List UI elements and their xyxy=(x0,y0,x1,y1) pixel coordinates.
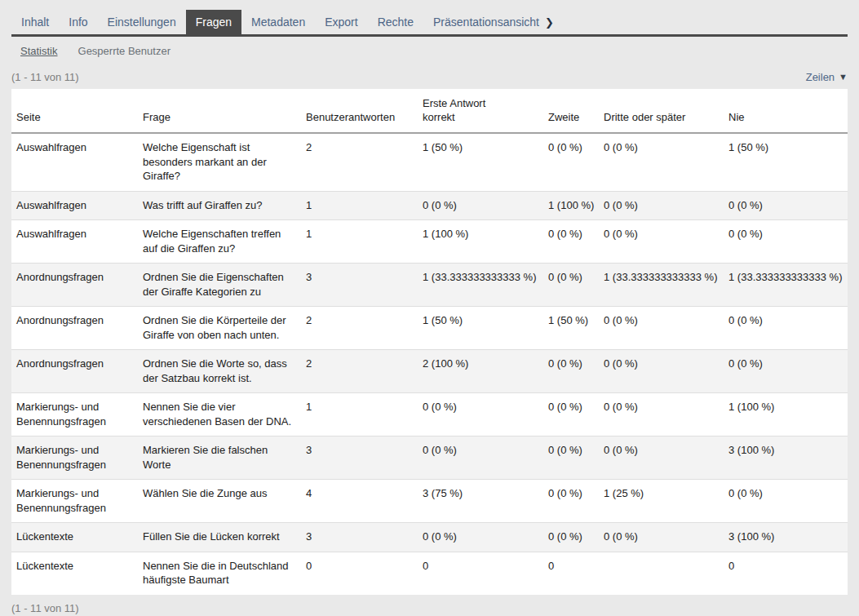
cell-dritte: 0 (0 %) xyxy=(599,133,724,191)
tab-export[interactable]: Export xyxy=(315,10,367,34)
cell-nie: 0 (0 %) xyxy=(724,191,848,220)
table-toolbar-top: (1 - 11 von 11) Zeilen ▼ xyxy=(11,71,848,83)
cell-frage: Nennen Sie die vier verschiedenen Basen … xyxy=(138,393,301,437)
cell-erste: 0 xyxy=(418,552,543,595)
cell-zweite: 0 (0 %) xyxy=(543,264,599,307)
column-header-frage: Frage xyxy=(138,89,301,133)
cell-seite: Auswahlfragen xyxy=(11,220,138,264)
cell-erste: 0 (0 %) xyxy=(418,437,543,480)
table-row: Markierungs- und BenennungsfragenMarkier… xyxy=(11,437,848,480)
column-header-zweite: Zweite xyxy=(543,89,599,133)
tab-metadaten[interactable]: Metadaten xyxy=(241,10,315,34)
cell-dritte: 0 (0 %) xyxy=(599,393,724,437)
cell-nie: 0 (0 %) xyxy=(724,480,848,523)
tab-praesentationsansicht[interactable]: Präsentationsansicht❯ xyxy=(423,10,564,34)
tab-fragen[interactable]: Fragen xyxy=(186,10,241,34)
cell-nie: 3 (100 %) xyxy=(724,437,848,480)
cell-dritte: 1 (33.333333333333 %) xyxy=(599,264,724,307)
cell-dritte: 0 (0 %) xyxy=(599,191,724,220)
table-toolbar-bottom: (1 - 11 von 11) xyxy=(11,602,848,614)
pagination-bottom: (1 - 11 von 11) xyxy=(11,602,79,614)
cell-nie: 1 (33.333333333333 %) xyxy=(724,264,848,307)
subtab-bar: Statistik Gesperrte Benutzer xyxy=(20,45,848,57)
cell-frage: Ordnen Sie die Körperteile der Giraffe v… xyxy=(138,307,301,350)
cell-erste: 0 (0 %) xyxy=(418,191,543,220)
cell-dritte: 0 (0 %) xyxy=(599,350,724,393)
cell-dritte: 0 (0 %) xyxy=(599,220,724,264)
cell-seite: Lückentexte xyxy=(11,552,138,595)
cell-zweite: 0 (0 %) xyxy=(543,350,599,393)
cell-zweite: 0 (0 %) xyxy=(543,133,599,191)
cell-erste: 0 (0 %) xyxy=(418,393,543,437)
cell-seite: Anordnungsfragen xyxy=(11,264,138,307)
cell-benutzerantworten: 1 xyxy=(301,220,418,264)
cell-benutzerantworten: 2 xyxy=(301,307,418,350)
cell-dritte: 0 (0 %) xyxy=(599,307,724,350)
table-header: Seite Frage Benutzerantworten Erste Antw… xyxy=(11,89,848,133)
rows-dropdown-label: Zeilen xyxy=(806,71,835,83)
cell-benutzerantworten: 0 xyxy=(301,552,418,595)
tab-inhalt[interactable]: Inhalt xyxy=(11,10,59,34)
cell-benutzerantworten: 3 xyxy=(301,264,418,307)
cell-erste: 1 (33.333333333333 %) xyxy=(418,264,543,307)
column-header-nie: Nie xyxy=(724,89,848,133)
cell-zweite: 0 (0 %) xyxy=(543,437,599,480)
cell-seite: Markierungs- und Benennungsfragen xyxy=(11,437,138,480)
cell-seite: Anordnungsfragen xyxy=(11,307,138,350)
cell-erste: 1 (50 %) xyxy=(418,133,543,191)
cell-benutzerantworten: 3 xyxy=(301,437,418,480)
tab-bar: Inhalt Info Einstellungen Fragen Metadat… xyxy=(11,10,848,37)
cell-benutzerantworten: 1 xyxy=(301,393,418,437)
cell-frage: Welche Eigenschaft ist besonders markant… xyxy=(138,133,301,191)
table-row: AuswahlfragenWelche Eigenschaften treffe… xyxy=(11,220,848,264)
tab-einstellungen[interactable]: Einstellungen xyxy=(98,10,186,34)
cell-frage: Nennen Sie die in Deutschland häufigste … xyxy=(138,552,301,595)
cell-dritte: 1 (25 %) xyxy=(599,480,724,523)
cell-dritte: 0 (0 %) xyxy=(599,437,724,480)
caret-down-icon: ▼ xyxy=(839,73,848,82)
cell-zweite: 0 (0 %) xyxy=(543,393,599,437)
rows-dropdown[interactable]: Zeilen ▼ xyxy=(806,71,848,83)
cell-seite: Markierungs- und Benennungsfragen xyxy=(11,393,138,437)
cell-dritte: 0 (0 %) xyxy=(599,523,724,552)
chevron-right-icon: ❯ xyxy=(545,16,554,29)
cell-frage: Ordnen Sie die Worte so, dass der Satzba… xyxy=(138,350,301,393)
column-header-erste-antwort-korrekt: Erste Antwort korrekt xyxy=(418,89,543,133)
table-row: LückentexteFüllen Sie die Lücken korrekt… xyxy=(11,523,848,552)
subtab-statistik[interactable]: Statistik xyxy=(20,45,58,57)
table-row: AnordnungsfragenOrdnen Sie die Eigenscha… xyxy=(11,264,848,307)
cell-frage: Ordnen Sie die Eigenschaften der Giraffe… xyxy=(138,264,301,307)
cell-erste: 0 (0 %) xyxy=(418,523,543,552)
cell-zweite: 0 (0 %) xyxy=(543,480,599,523)
column-header-dritte-oder-spaeter: Dritte oder später xyxy=(599,89,724,133)
tab-info[interactable]: Info xyxy=(59,10,97,34)
table-row: LückentexteNennen Sie die in Deutschland… xyxy=(11,552,848,595)
table-row: AnordnungsfragenOrdnen Sie die Körpertei… xyxy=(11,307,848,350)
cell-nie: 0 xyxy=(724,552,848,595)
cell-erste: 3 (75 %) xyxy=(418,480,543,523)
cell-frage: Füllen Sie die Lücken korrekt xyxy=(138,523,301,552)
cell-seite: Lückentexte xyxy=(11,523,138,552)
cell-zweite: 0 (0 %) xyxy=(543,220,599,264)
cell-nie: 0 (0 %) xyxy=(724,220,848,264)
column-header-benutzerantworten: Benutzerantworten xyxy=(301,89,418,133)
cell-frage: Markieren Sie die falschen Worte xyxy=(138,437,301,480)
cell-benutzerantworten: 2 xyxy=(301,350,418,393)
cell-nie: 0 (0 %) xyxy=(724,307,848,350)
table-row: AuswahlfragenWas trifft auf Giraffen zu?… xyxy=(11,191,848,220)
cell-zweite: 1 (50 %) xyxy=(543,307,599,350)
cell-zweite: 1 (100 %) xyxy=(543,191,599,220)
table-row: AnordnungsfragenOrdnen Sie die Worte so,… xyxy=(11,350,848,393)
cell-dritte xyxy=(599,552,724,595)
cell-seite: Markierungs- und Benennungsfragen xyxy=(11,480,138,523)
cell-nie: 0 (0 %) xyxy=(724,350,848,393)
subtab-gesperrte-benutzer[interactable]: Gesperrte Benutzer xyxy=(78,45,170,57)
cell-zweite: 0 xyxy=(543,552,599,595)
cell-seite: Anordnungsfragen xyxy=(11,350,138,393)
cell-frage: Welche Eigenschaften treffen auf die Gir… xyxy=(138,220,301,264)
tab-rechte[interactable]: Rechte xyxy=(368,10,423,34)
table-row: Markierungs- und BenennungsfragenWählen … xyxy=(11,480,848,523)
cell-nie: 1 (50 %) xyxy=(724,133,848,191)
column-header-seite: Seite xyxy=(11,89,138,133)
table-row: AuswahlfragenWelche Eigenschaft ist beso… xyxy=(11,133,848,191)
